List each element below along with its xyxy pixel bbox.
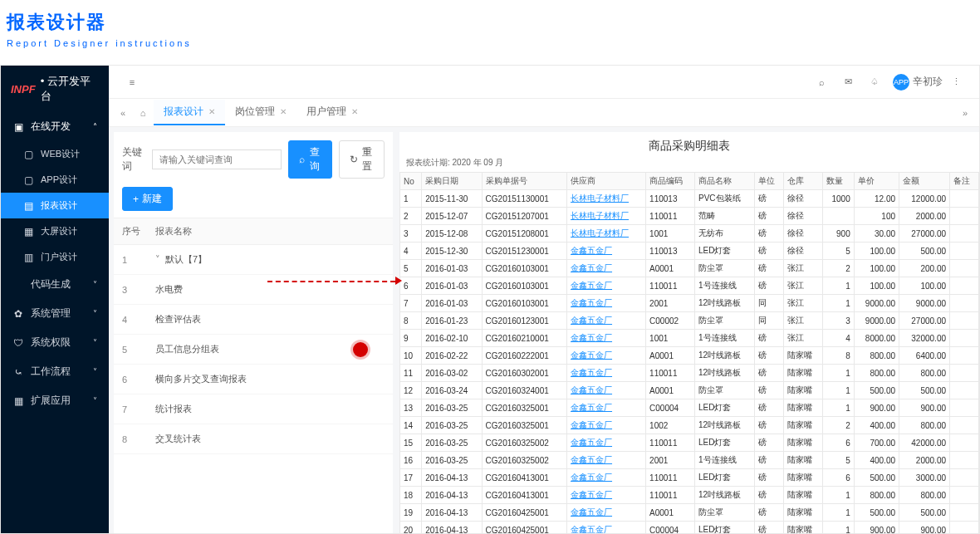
- supplier-link[interactable]: 金鑫五金厂: [571, 350, 612, 360]
- table-cell: [950, 260, 979, 277]
- table-cell: 同: [755, 312, 784, 330]
- table-cell: 2016-04-13: [422, 504, 482, 522]
- reset-button[interactable]: ↻重置: [339, 140, 385, 179]
- supplier-link[interactable]: 金鑫五金厂: [571, 525, 612, 533]
- sidebar-item[interactable]: ▦大屏设计: [1, 218, 109, 244]
- sidebar-item[interactable]: ▤报表设计: [1, 193, 109, 218]
- sidebar-group[interactable]: 代码生成˅: [1, 270, 109, 299]
- table-cell: 8: [823, 347, 855, 365]
- list-row[interactable]: 3水电费: [114, 275, 393, 305]
- table-cell: 12吋线路板: [695, 295, 755, 312]
- menu-toggle-icon[interactable]: ≡: [122, 72, 142, 92]
- sidebar-item[interactable]: ▥门户设计: [1, 244, 109, 270]
- highlight-dot: [353, 342, 368, 357]
- avatar[interactable]: APP: [893, 74, 909, 91]
- supplier-link[interactable]: 金鑫五金厂: [571, 368, 612, 377]
- table-cell: CG20160325001: [482, 417, 566, 434]
- menu-icon: ▢: [22, 149, 34, 160]
- supplier-link[interactable]: 金鑫五金厂: [571, 403, 612, 412]
- sidebar-group[interactable]: 🛡系统权限˅: [1, 328, 109, 357]
- supplier-link[interactable]: 金鑫五金厂: [571, 281, 612, 290]
- table-cell: 800.00: [854, 365, 899, 382]
- supplier-link[interactable]: 金鑫五金厂: [571, 316, 612, 325]
- table-cell: 800.00: [899, 417, 950, 434]
- table-cell: 800.00: [854, 487, 899, 504]
- close-icon[interactable]: ✕: [208, 107, 215, 116]
- keyword-input[interactable]: [152, 149, 282, 169]
- table-cell: 金鑫五金厂: [567, 469, 646, 487]
- table-cell: CG20160325002: [482, 434, 566, 452]
- tab[interactable]: 用户管理✕: [296, 100, 368, 125]
- sidebar-group[interactable]: ⤿工作流程˅: [1, 357, 109, 386]
- list-row[interactable]: 6横向多片交叉查询报表: [114, 365, 393, 394]
- table-cell: [950, 312, 979, 330]
- supplier-link[interactable]: 金鑫五金厂: [571, 420, 612, 429]
- supplier-link[interactable]: 金鑫五金厂: [571, 455, 612, 464]
- close-icon[interactable]: ✕: [280, 107, 287, 116]
- tab[interactable]: 岗位管理✕: [225, 100, 296, 125]
- table-cell: [950, 208, 979, 225]
- supplier-link[interactable]: 金鑫五金厂: [571, 385, 612, 394]
- user-name[interactable]: 辛初珍: [913, 75, 943, 89]
- table-cell: 2: [823, 260, 855, 277]
- tab-scroll-left[interactable]: «: [114, 104, 132, 122]
- table-cell: 金鑫五金厂: [567, 243, 646, 260]
- menu-icon: [12, 279, 24, 291]
- list-row[interactable]: 1˅默认【7】: [114, 245, 393, 275]
- table-cell: 磅: [755, 277, 784, 295]
- table-cell: 110011: [646, 277, 695, 295]
- supplier-link[interactable]: 金鑫五金厂: [571, 298, 612, 307]
- table-cell: 2001: [646, 452, 695, 469]
- table-cell: 400.00: [854, 452, 899, 469]
- table-cell: 陆家嘴: [784, 399, 823, 417]
- supplier-link[interactable]: 金鑫五金厂: [571, 507, 612, 517]
- supplier-link[interactable]: 金鑫五金厂: [571, 438, 612, 447]
- list-row[interactable]: 5员工信息分组表: [114, 335, 393, 365]
- supplier-link[interactable]: 金鑫五金厂: [571, 246, 612, 255]
- tab[interactable]: 报表设计✕: [154, 100, 225, 125]
- supplier-link[interactable]: 金鑫五金厂: [571, 333, 612, 342]
- table-cell: 长林电子材料厂: [567, 208, 646, 225]
- table-row: 82016-01-23CG20160123001金鑫五金厂C00002防尘罩同张…: [400, 312, 979, 330]
- table-cell: [950, 399, 979, 417]
- more-icon[interactable]: ⋮: [946, 72, 966, 92]
- table-cell: 磅: [755, 434, 784, 452]
- list-row[interactable]: 8交叉统计表: [114, 424, 393, 454]
- supplier-link[interactable]: 长林电子材料厂: [571, 194, 629, 203]
- table-cell: LED灯套: [695, 522, 755, 534]
- sidebar-group[interactable]: ▣在线开发˄: [1, 112, 109, 141]
- supplier-link[interactable]: 金鑫五金厂: [571, 263, 612, 272]
- table-cell: 800.00: [899, 487, 950, 504]
- table-cell: CG20151130001: [482, 190, 566, 208]
- home-icon[interactable]: ⌂: [134, 104, 152, 122]
- table-cell: 100.00: [854, 243, 899, 260]
- table-cell: 3000.00: [899, 469, 950, 487]
- supplier-link[interactable]: 长林电子材料厂: [571, 228, 629, 238]
- report-table: No采购日期采购单据号供应商商品编码商品名称单位仓库数量单价金额备注 12015…: [399, 172, 979, 533]
- search-button[interactable]: ⌕查询: [288, 140, 332, 179]
- table-cell: 900.00: [854, 399, 899, 417]
- supplier-link[interactable]: 金鑫五金厂: [571, 473, 612, 482]
- list-row[interactable]: 7统计报表: [114, 394, 393, 424]
- table-cell: 陆家嘴: [784, 347, 823, 365]
- sidebar-group[interactable]: ✿系统管理˅: [1, 299, 109, 328]
- sidebar-item[interactable]: ▢WEB设计: [1, 141, 109, 167]
- tab-scroll-right[interactable]: »: [956, 104, 974, 122]
- table-cell: 200.00: [899, 260, 950, 277]
- supplier-link[interactable]: 长林电子材料厂: [571, 211, 629, 220]
- search-icon[interactable]: ⌕: [811, 72, 831, 92]
- supplier-link[interactable]: 金鑫五金厂: [571, 490, 612, 499]
- list-row[interactable]: 4检查评估表: [114, 305, 393, 335]
- table-cell: 金鑫五金厂: [567, 260, 646, 277]
- table-cell: 金鑫五金厂: [567, 417, 646, 434]
- table-row: 42015-12-30CG20151230001金鑫五金厂110013LED灯套…: [400, 243, 979, 260]
- table-row: 22015-12-07CG20151207001长林电子材料厂110011范畴磅…: [400, 208, 979, 225]
- bell-icon[interactable]: ♤: [865, 72, 884, 92]
- close-icon[interactable]: ✕: [351, 107, 358, 116]
- table-cell: 1号连接线: [695, 330, 755, 347]
- new-button[interactable]: +新建: [122, 187, 173, 211]
- table-cell: 磅: [755, 522, 784, 534]
- message-icon[interactable]: ✉: [838, 72, 858, 92]
- sidebar-item[interactable]: ▢APP设计: [1, 167, 109, 193]
- sidebar-group[interactable]: ▦扩展应用˅: [1, 386, 109, 415]
